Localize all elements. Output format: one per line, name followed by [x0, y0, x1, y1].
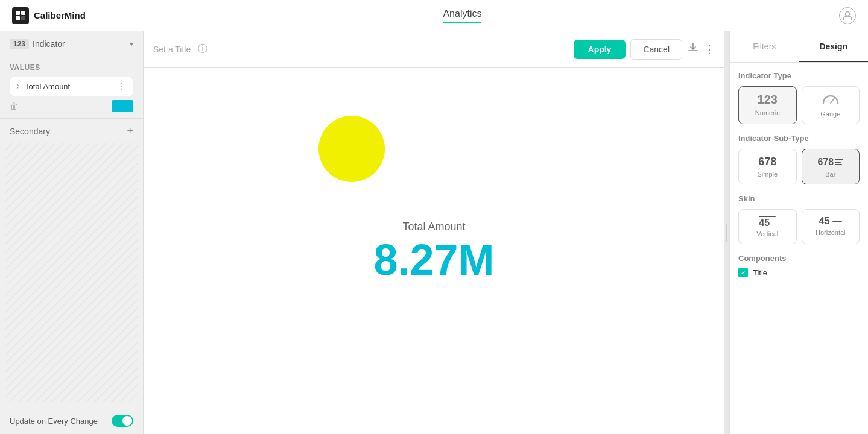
vertical-skin-icon: 45 — [759, 216, 776, 228]
title-component-label: Title — [753, 268, 767, 277]
set-title-input[interactable]: Set a Title — [153, 45, 191, 54]
update-toggle[interactable] — [112, 415, 133, 427]
more-options-toolbar-icon[interactable]: ⋮ — [704, 43, 715, 56]
cancel-button[interactable]: Cancel — [630, 39, 682, 60]
bar-label: Bar — [825, 171, 835, 178]
update-on-change-label: Update on Every Change — [10, 417, 98, 426]
logo-icon — [12, 7, 29, 24]
simple-label: Simple — [757, 171, 778, 178]
info-icon[interactable]: ⓘ — [198, 43, 207, 55]
drag-dots — [726, 224, 727, 242]
top-navigation: CaliberMind Analytics — [0, 0, 868, 31]
values-label: Values — [10, 63, 133, 72]
component-row-title: ✓ Title — [738, 268, 860, 277]
nav-right — [839, 7, 856, 24]
gauge-icon — [822, 93, 840, 108]
yellow-circle-decoration — [318, 116, 385, 182]
numeric-icon: 123 — [758, 93, 778, 107]
apply-button[interactable]: Apply — [574, 40, 626, 59]
value-row: Σ Total Amount ⋮ — [10, 77, 133, 96]
delete-icon[interactable]: 🗑 — [10, 101, 18, 111]
svg-rect-2 — [16, 16, 20, 20]
horizontal-skin-icon: 45 — [819, 216, 842, 227]
download-icon[interactable] — [687, 42, 699, 57]
sidebar-footer: Update on Every Change — [0, 407, 143, 434]
type-card-gauge[interactable]: Gauge — [802, 86, 860, 124]
right-panel-body: Indicator Type 123 Numeric Gauge — [730, 63, 868, 286]
indicator-subtype-title: Indicator Sub-Type — [738, 134, 860, 143]
vertical-label: Vertical — [756, 230, 778, 237]
simple-icon: 678 — [758, 156, 776, 168]
chart-area: Total Amount 8.27M — [144, 68, 724, 434]
toolbar: Set a Title ⓘ Apply Cancel ⋮ — [144, 31, 724, 68]
chart-label: Total Amount — [402, 221, 465, 233]
total-amount-label: Total Amount — [25, 82, 70, 91]
bar-icon: 678 — [817, 156, 843, 168]
title-checkbox[interactable]: ✓ — [738, 268, 748, 277]
logo-text: CaliberMind — [34, 10, 86, 20]
resize-handle[interactable] — [724, 31, 729, 434]
nav-center: Analytics — [443, 8, 481, 23]
logo-area: CaliberMind — [12, 7, 86, 24]
more-options-icon[interactable]: ⋮ — [117, 81, 127, 92]
subtype-card-simple[interactable]: 678 Simple — [738, 149, 797, 184]
skin-title: Skin — [738, 194, 860, 203]
color-row: 🗑 — [10, 100, 133, 112]
nav-title: Analytics — [443, 8, 481, 19]
svg-rect-3 — [21, 16, 25, 20]
type-card-numeric[interactable]: 123 Numeric — [738, 86, 797, 124]
add-secondary-icon[interactable]: + — [127, 125, 133, 137]
skin-card-vertical[interactable]: 45 Vertical — [738, 209, 797, 244]
secondary-label: Secondary — [10, 127, 50, 136]
skin-card-horizontal[interactable]: 45 Horizontal — [802, 209, 860, 244]
chart-value: 8.27M — [373, 238, 494, 281]
checkmark-icon: ✓ — [741, 269, 746, 277]
indicator-label: Indicator — [33, 39, 65, 49]
svg-rect-0 — [16, 11, 20, 15]
components-section: Components ✓ Title — [738, 254, 860, 277]
gauge-label: Gauge — [820, 110, 840, 118]
svg-point-4 — [846, 11, 850, 16]
center-content: Set a Title ⓘ Apply Cancel ⋮ Total Amoun… — [144, 31, 724, 434]
left-sidebar: 123 Indicator ▾ Values Σ Total Amount ⋮ … — [0, 31, 144, 434]
subtype-card-bar[interactable]: 678 Bar — [802, 149, 860, 184]
sidebar-header: 123 Indicator ▾ — [0, 31, 143, 57]
values-section: Values Σ Total Amount ⋮ 🗑 — [0, 57, 143, 118]
right-panel-tabs: Filters Design — [730, 31, 868, 63]
indicator-type-title: Indicator Type — [738, 71, 860, 80]
badge-num: 123 — [10, 39, 29, 49]
chevron-down-icon[interactable]: ▾ — [130, 40, 133, 48]
toolbar-right: Apply Cancel ⋮ — [574, 39, 715, 60]
nav-underline — [443, 22, 481, 23]
subtype-grid: 678 Simple 678 Bar — [738, 149, 860, 184]
color-swatch[interactable] — [112, 100, 133, 112]
right-panel: Filters Design Indicator Type 123 Numeri… — [729, 31, 868, 434]
value-row-left: Σ Total Amount — [16, 82, 70, 91]
chart-center: Total Amount 8.27M — [373, 221, 494, 281]
indicator-type-grid: 123 Numeric Gauge — [738, 86, 860, 124]
tab-filters[interactable]: Filters — [730, 31, 799, 62]
secondary-section: Secondary + — [0, 118, 143, 143]
components-title: Components — [738, 254, 860, 263]
user-icon[interactable] — [839, 7, 856, 24]
sigma-icon: Σ — [16, 82, 21, 91]
hatched-area — [5, 143, 138, 402]
numeric-label: Numeric — [755, 109, 780, 116]
skin-grid: 45 Vertical 45 Horizontal — [738, 209, 860, 244]
tab-design[interactable]: Design — [799, 31, 869, 62]
main-layout: 123 Indicator ▾ Values Σ Total Amount ⋮ … — [0, 31, 868, 434]
horizontal-label: Horizontal — [816, 229, 846, 236]
indicator-type-badge[interactable]: 123 Indicator — [10, 39, 65, 49]
svg-rect-1 — [21, 11, 25, 15]
